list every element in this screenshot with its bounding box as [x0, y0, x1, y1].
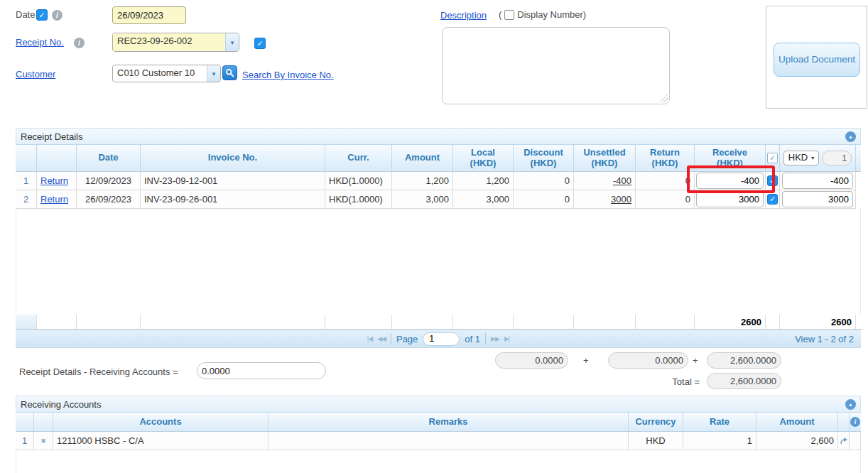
col-local[interactable]: Local(HKD): [453, 145, 514, 172]
search-by-invoice-link[interactable]: Search By Invoice No.: [242, 70, 334, 80]
col-select-all: ✓: [766, 145, 780, 172]
receipt-no-combo[interactable]: REC23-09-26-002 ▾: [112, 33, 239, 52]
pager-next-icon[interactable]: ▶▶: [491, 335, 499, 342]
cell-amount: 3,000: [392, 190, 453, 209]
date-checkbox[interactable]: ✓: [36, 9, 48, 21]
pager-first-icon[interactable]: |◀: [367, 335, 372, 342]
customer-dropdown-icon[interactable]: ▾: [207, 65, 220, 82]
receipt-no-dropdown-icon[interactable]: ▾: [225, 33, 239, 51]
currency-select[interactable]: HKD ▾: [783, 151, 819, 165]
row-checkbox[interactable]: ✓: [767, 194, 778, 205]
unsettled-link[interactable]: -400: [613, 175, 631, 186]
col-discount[interactable]: Discount(HKD): [514, 145, 574, 172]
col-unsettled[interactable]: Unsettled(HKD): [574, 145, 636, 172]
col-remarks[interactable]: Remarks: [268, 413, 629, 432]
grid-body-empty: [16, 450, 861, 473]
date-input[interactable]: [112, 6, 186, 24]
total-label: Total =: [661, 376, 700, 387]
col-amount[interactable]: Amount: [756, 413, 838, 432]
page-input[interactable]: [423, 332, 460, 346]
return-link[interactable]: Return: [40, 175, 68, 186]
customer-combo[interactable]: C010 Customer 10 ▾: [112, 65, 221, 82]
date-label: Date: [16, 9, 35, 20]
receipt-details-header-row: Date Invoice No. Curr. Amount Local(HKD)…: [16, 145, 861, 172]
pager-prev-icon[interactable]: ◀◀: [377, 335, 386, 342]
col-delete: [34, 413, 53, 432]
total-input[interactable]: [707, 373, 781, 389]
cell-invoice: INV-23-09-12-001: [141, 172, 325, 190]
reconcile-input[interactable]: [197, 362, 326, 379]
col-rownum: [16, 145, 37, 172]
col-invoice[interactable]: Invoice No.: [141, 145, 325, 172]
customer-search-button[interactable]: [222, 65, 237, 80]
cell-rate: 1: [683, 432, 756, 450]
magnifier-icon: [225, 68, 234, 77]
cell-amount: 2,600: [756, 432, 838, 450]
cell-remarks[interactable]: [268, 432, 629, 450]
receive2-input[interactable]: [782, 191, 853, 207]
receipt-details-collapse-button[interactable]: ▲: [845, 131, 856, 142]
rate-input[interactable]: [822, 151, 852, 165]
revert-arrow-icon[interactable]: [840, 437, 848, 445]
cell-curr: HKD(1.0000): [325, 190, 392, 209]
grid-summary-row: 2600 2600: [16, 315, 861, 330]
receive-input[interactable]: [696, 173, 764, 189]
receipt-no-link[interactable]: Receipt No.: [16, 37, 64, 48]
cell-curr: HKD(1.0000): [325, 172, 392, 190]
sum-field2-input[interactable]: [608, 352, 688, 369]
receiving-accounts-title: Receiving Accounts: [21, 399, 845, 410]
receipt-no-checkbox[interactable]: ✓: [254, 38, 266, 49]
display-number-prefix: (: [499, 9, 501, 20]
cell-date: 12/09/2023: [77, 172, 141, 190]
cell-account: 1211000 HSBC - C/A: [53, 432, 268, 450]
return-link[interactable]: Return: [40, 194, 68, 205]
upload-document-button[interactable]: Upload Document: [774, 43, 860, 77]
pager-last-icon[interactable]: ▶|: [504, 335, 509, 342]
receive-total: 2600: [695, 315, 766, 330]
col-return-hkd[interactable]: Return(HKD): [636, 145, 695, 172]
receive-input[interactable]: [696, 191, 764, 207]
sum-field1-input[interactable]: [495, 352, 568, 369]
reconcile-label: Receipt Details - Receiving Accounts =: [19, 366, 178, 377]
col-accounts[interactable]: Accounts: [53, 413, 268, 432]
delete-row-icon[interactable]: ✖: [40, 437, 46, 445]
sum-field3-input[interactable]: [707, 352, 781, 369]
cell-local: 3,000: [453, 190, 514, 209]
receiving-accounts-collapse-button[interactable]: ▲: [845, 399, 856, 410]
unsettled-link[interactable]: 3000: [611, 194, 631, 205]
cell-amount: 1,200: [392, 172, 453, 190]
receive2-total: 2600: [780, 315, 856, 330]
table-row: 1 Return 12/09/2023 INV-23-09-12-001 HKD…: [16, 172, 861, 190]
col-currency-rate: HKD ▾: [780, 145, 856, 172]
col-currency[interactable]: Currency: [629, 413, 683, 432]
receive2-input[interactable]: [782, 173, 853, 189]
description-textarea[interactable]: [442, 27, 670, 104]
col-rownum: [16, 413, 34, 432]
table-row: 2 Return 26/09/2023 INV-23-09-26-001 HKD…: [16, 190, 861, 209]
row-number: 1: [16, 172, 37, 190]
cell-local: 1,200: [453, 172, 514, 190]
col-receive[interactable]: Receive(HKD): [695, 145, 766, 172]
grid-pager: |◀ ◀◀ Page of 1 ▶▶ ▶| View 1 - 2 of 2: [16, 330, 861, 348]
receipt-no-value: REC23-09-26-002: [113, 33, 225, 51]
select-all-checkbox[interactable]: ✓: [767, 153, 778, 163]
customer-value: C010 Customer 10: [113, 65, 207, 82]
cell-discount: 0: [514, 172, 574, 190]
customer-link[interactable]: Customer: [16, 69, 55, 80]
cell-return-hkd: 0: [636, 190, 695, 209]
table-row: 1 ✖ 1211000 HSBC - C/A HKD 1 2,600: [16, 432, 861, 450]
view-records-label: View 1 - 2 of 2: [795, 334, 854, 344]
col-curr[interactable]: Curr.: [325, 145, 392, 172]
cell-discount: 0: [514, 190, 574, 209]
col-date[interactable]: Date: [77, 145, 141, 172]
row-number: 1: [16, 432, 34, 450]
col-rate[interactable]: Rate: [683, 413, 756, 432]
col-amount[interactable]: Amount: [392, 145, 453, 172]
receiving-accounts-header-row: Accounts Remarks Currency Rate Amount i: [16, 413, 861, 432]
description-link[interactable]: Description: [440, 10, 487, 21]
row-checkbox[interactable]: ✓: [767, 175, 778, 186]
date-info-icon: i: [52, 10, 63, 21]
cell-return-hkd: 0: [636, 172, 695, 190]
receipt-details-title: Receipt Details: [21, 131, 845, 142]
display-number-checkbox[interactable]: [504, 10, 514, 20]
